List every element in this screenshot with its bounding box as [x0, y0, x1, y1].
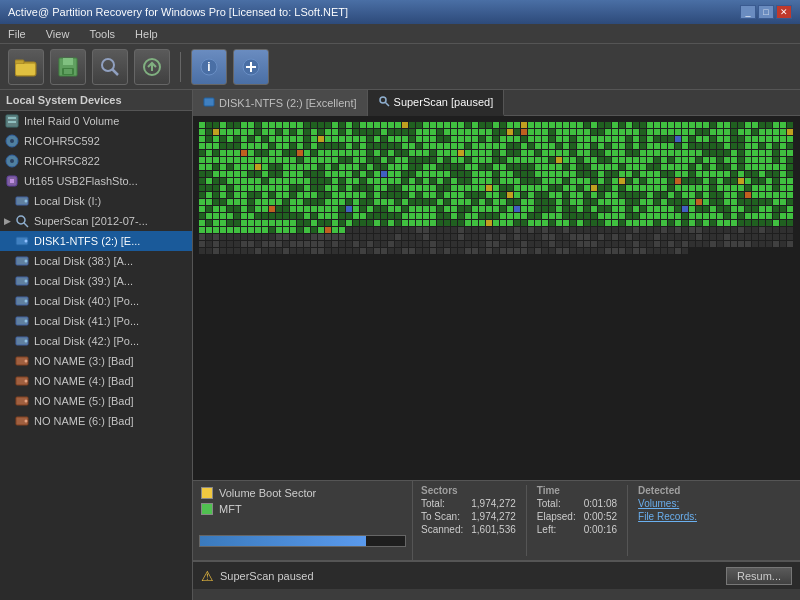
sidebar-item-localdisk-40[interactable]: Local Disk (40:) [Po... — [0, 291, 192, 311]
scan-block — [766, 220, 772, 226]
scan-block — [479, 213, 485, 219]
scan-block — [584, 192, 590, 198]
legend-label-mft: MFT — [219, 503, 242, 515]
scan-block — [353, 199, 359, 205]
toolbar-open-button[interactable] — [8, 49, 44, 85]
sidebar-item-noname-5[interactable]: NO NAME (5:) [Bad] — [0, 391, 192, 411]
scan-block — [584, 171, 590, 177]
sidebar-item-localdisk-42[interactable]: Local Disk (42:) [Po... — [0, 331, 192, 351]
scan-block — [451, 129, 457, 135]
scan-block — [584, 136, 590, 142]
tab-disk1ntfs[interactable]: DISK1-NTFS (2:) [Excellent] — [193, 90, 368, 116]
sidebar-item-noname-3[interactable]: NO NAME (3:) [Bad] — [0, 351, 192, 371]
menu-tools[interactable]: Tools — [85, 27, 119, 41]
tab-disk1-icon — [203, 96, 215, 111]
toolbar-recover-button[interactable] — [134, 49, 170, 85]
toolbar-info-button[interactable]: i — [191, 49, 227, 85]
scan-block — [402, 150, 408, 156]
resume-button[interactable]: Resum... — [726, 567, 792, 585]
scan-block — [507, 178, 513, 184]
scan-block — [647, 185, 653, 191]
scan-block — [703, 199, 709, 205]
scan-block — [605, 178, 611, 184]
toolbar-save-button[interactable] — [50, 49, 86, 85]
scan-block — [493, 213, 499, 219]
scan-block — [220, 178, 226, 184]
scan-block — [444, 178, 450, 184]
sidebar-item-localdisk-41[interactable]: Local Disk (41:) [Po... — [0, 311, 192, 331]
scan-block — [353, 122, 359, 128]
toolbar-info2-button[interactable] — [233, 49, 269, 85]
scan-block — [724, 129, 730, 135]
sidebar-item-localdisk-39[interactable]: Local Disk (39:) [A... — [0, 271, 192, 291]
scan-block — [241, 192, 247, 198]
sidebar-item-rico1[interactable]: RICOHR5C592 — [0, 131, 192, 151]
scan-block — [402, 192, 408, 198]
usb-icon — [4, 173, 20, 189]
scan-block — [416, 136, 422, 142]
scan-block — [227, 171, 233, 177]
menu-view[interactable]: View — [42, 27, 74, 41]
scan-block — [234, 122, 240, 128]
scan-block — [269, 185, 275, 191]
menu-file[interactable]: File — [4, 27, 30, 41]
scan-block — [682, 136, 688, 142]
svg-rect-6 — [64, 69, 72, 74]
scan-block — [717, 199, 723, 205]
sidebar-item-superscan[interactable]: ▶ SuperScan [2012-07-... — [0, 211, 192, 231]
scan-block — [710, 192, 716, 198]
scan-block — [234, 143, 240, 149]
sidebar-item-disk1ntfs[interactable]: DISK1-NTFS (2:) [E... — [0, 231, 192, 251]
sidebar-item-usb[interactable]: Ut165 USB2FlashSto... — [0, 171, 192, 191]
scan-block — [416, 192, 422, 198]
scan-block — [311, 199, 317, 205]
scan-block — [381, 185, 387, 191]
scan-block — [304, 164, 310, 170]
scan-block — [780, 136, 786, 142]
scan-block — [283, 234, 289, 240]
scan-block — [465, 206, 471, 212]
scan-block — [388, 192, 394, 198]
scan-block — [752, 213, 758, 219]
maximize-button[interactable]: □ — [758, 5, 774, 19]
scan-block — [290, 157, 296, 163]
scan-block — [773, 143, 779, 149]
scan-block — [388, 206, 394, 212]
scan-block — [542, 122, 548, 128]
scan-block — [731, 192, 737, 198]
sidebar-item-rico2[interactable]: RICOHR5C822 — [0, 151, 192, 171]
scan-block — [346, 213, 352, 219]
tab-superscan[interactable]: SuperScan [paused] — [368, 90, 505, 116]
detected-filerecords-label[interactable]: File Records: — [638, 511, 697, 522]
scan-block — [276, 220, 282, 226]
sidebar-item-localdisk-i[interactable]: Local Disk (I:) — [0, 191, 192, 211]
scan-block — [647, 150, 653, 156]
detected-volumes-label[interactable]: Volumes: — [638, 498, 679, 509]
sidebar-item-raid[interactable]: Intel Raid 0 Volume — [0, 111, 192, 131]
minimize-button[interactable]: _ — [740, 5, 756, 19]
scan-block — [458, 192, 464, 198]
toolbar-scan-button[interactable] — [92, 49, 128, 85]
sidebar-item-noname-6[interactable]: NO NAME (6:) [Bad] — [0, 411, 192, 431]
scan-block — [556, 164, 562, 170]
scan-block — [451, 150, 457, 156]
sidebar-item-noname-4[interactable]: NO NAME (4:) [Bad] — [0, 371, 192, 391]
scan-block — [332, 248, 338, 254]
sidebar-item-localdisk-38[interactable]: Local Disk (38:) [A... — [0, 251, 192, 271]
scan-block — [423, 171, 429, 177]
scan-block — [325, 241, 331, 247]
scan-block — [661, 122, 667, 128]
scan-block — [444, 220, 450, 226]
scan-block — [773, 164, 779, 170]
scan-block — [360, 150, 366, 156]
scan-block — [689, 227, 695, 233]
close-button[interactable]: ✕ — [776, 5, 792, 19]
scan-block — [430, 192, 436, 198]
scan-block — [402, 136, 408, 142]
scan-block — [514, 150, 520, 156]
scan-block — [563, 241, 569, 247]
scan-block — [584, 157, 590, 163]
scan-block — [787, 129, 793, 135]
menu-help[interactable]: Help — [131, 27, 162, 41]
scan-block — [724, 241, 730, 247]
